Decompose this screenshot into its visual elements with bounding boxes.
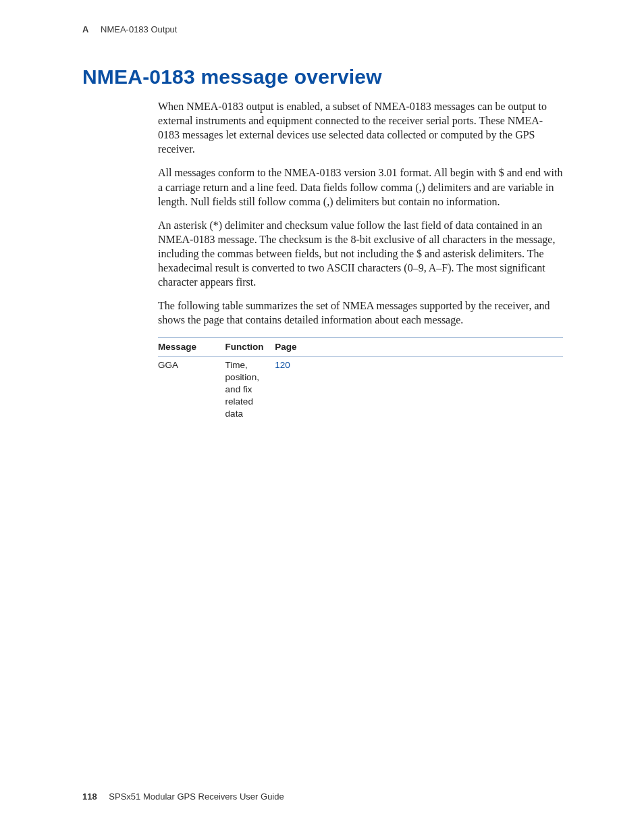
cell-page: 120	[275, 357, 563, 834]
table-header-row: Message Function Page	[158, 337, 563, 357]
page-footer: 118 SPSx51 Modular GPS Receivers User Gu…	[82, 791, 284, 802]
page-title: NMEA-0183 message overview	[82, 66, 563, 88]
cell-function: Time, position, and fix related data	[225, 357, 275, 834]
body-content: When NMEA-0183 output is enabled, a subs…	[158, 99, 563, 834]
table-row: GGA Time, position, and fix related data…	[158, 357, 563, 834]
paragraph: When NMEA-0183 output is enabled, a subs…	[158, 99, 563, 156]
message-table: Message Function Page GGA Time, position…	[158, 337, 563, 834]
page-link[interactable]: 120	[275, 360, 290, 370]
paragraph: All messages conform to the NMEA-0183 ve…	[158, 165, 563, 208]
cell-message: GGA	[158, 357, 225, 834]
th-function: Function	[225, 337, 275, 357]
th-message: Message	[158, 337, 225, 357]
appendix-letter: A	[82, 24, 88, 34]
section-name: NMEA-0183 Output	[101, 24, 177, 34]
page: A NMEA-0183 Output NMEA-0183 message ove…	[0, 0, 644, 834]
doc-title: SPSx51 Modular GPS Receivers User Guide	[109, 791, 284, 802]
th-page: Page	[275, 337, 563, 357]
paragraph: An asterisk (*) delimiter and checksum v…	[158, 218, 563, 290]
running-header: A NMEA-0183 Output	[82, 24, 563, 34]
page-number: 118	[82, 791, 97, 802]
paragraph: The following table summarizes the set o…	[158, 298, 563, 327]
